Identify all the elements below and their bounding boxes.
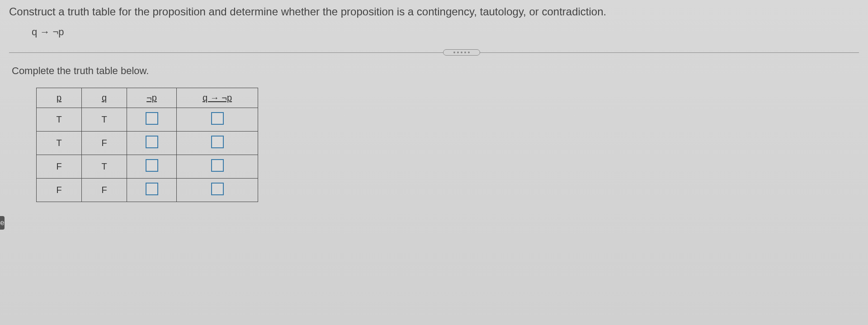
table-row: T F	[37, 132, 258, 155]
table-row: F F	[37, 179, 258, 202]
proposition-expression: q → ¬p	[32, 26, 859, 38]
cell-result-input	[177, 155, 258, 179]
divider-line	[9, 52, 859, 53]
header-q: q	[82, 88, 127, 108]
dot-icon	[457, 52, 459, 53]
cell-not-p-input	[127, 155, 177, 179]
truth-table: p q ¬p q → ¬p T T T F F T F F	[36, 88, 258, 202]
answer-box[interactable]	[146, 159, 158, 172]
table-row: F T	[37, 155, 258, 179]
cell-p: F	[37, 179, 82, 202]
cell-not-p-input	[127, 132, 177, 155]
edge-tab[interactable]: e	[0, 216, 5, 230]
cell-result-input	[177, 132, 258, 155]
answer-box[interactable]	[146, 112, 158, 125]
cell-result-input	[177, 108, 258, 132]
dot-icon	[464, 52, 466, 53]
dot-icon	[453, 52, 455, 53]
answer-box[interactable]	[211, 112, 224, 125]
header-p: p	[37, 88, 82, 108]
table-header-row: p q ¬p q → ¬p	[37, 88, 258, 108]
answer-box[interactable]	[146, 136, 158, 148]
header-not-p: ¬p	[127, 88, 177, 108]
cell-result-input	[177, 179, 258, 202]
answer-box[interactable]	[211, 136, 224, 148]
question-text: Construct a truth table for the proposit…	[9, 5, 859, 18]
divider-pill-toggle[interactable]	[443, 49, 480, 56]
instruction-text: Complete the truth table below.	[12, 65, 859, 77]
section-divider	[9, 47, 859, 58]
answer-box[interactable]	[146, 183, 158, 195]
cell-q: T	[82, 108, 127, 132]
cell-not-p-input	[127, 179, 177, 202]
table-row: T T	[37, 108, 258, 132]
dot-icon	[461, 52, 462, 53]
cell-p: T	[37, 132, 82, 155]
cell-q: T	[82, 155, 127, 179]
dot-icon	[468, 52, 470, 53]
cell-p: T	[37, 108, 82, 132]
answer-box[interactable]	[211, 159, 224, 172]
header-result: q → ¬p	[177, 88, 258, 108]
cell-q: F	[82, 179, 127, 202]
cell-q: F	[82, 132, 127, 155]
cell-not-p-input	[127, 108, 177, 132]
cell-p: F	[37, 155, 82, 179]
answer-box[interactable]	[211, 183, 224, 195]
